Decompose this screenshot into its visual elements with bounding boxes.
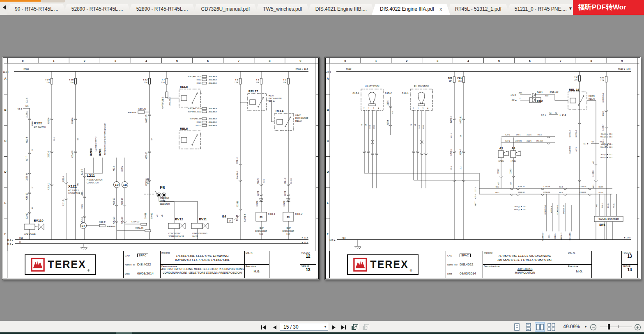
svg-text:X19-1: X19-1 (505, 140, 511, 142)
svg-text:X29-2: X29-2 (510, 169, 512, 174)
svg-text:X43-10: X43-10 (147, 178, 149, 184)
document-tab[interactable]: RT45L - 51312_1.pdf (447, 4, 510, 15)
zoom-dropdown-caret-icon[interactable]: ▾ (585, 325, 586, 329)
svg-text:REL6: REL6 (180, 127, 188, 130)
document-tab[interactable]: 52890 - RT45-RT45L ... (63, 4, 131, 15)
next-page-button[interactable] (332, 325, 336, 330)
svg-text:HEAT: HEAT (259, 227, 264, 229)
svg-text:NOPT|REL-3,6: NOPT|REL-3,6 (190, 118, 202, 120)
svg-text:5.7 ►: 5.7 ► (584, 142, 589, 145)
document-tab[interactable]: DIS.4021 Engine IIIB.... (307, 4, 375, 15)
svg-text:N1.5: N1.5 (510, 181, 512, 185)
svg-text:X29-2: X29-2 (497, 169, 499, 174)
svg-text:B0.35: B0.35 (607, 204, 609, 208)
last-page-button[interactable] (341, 325, 347, 330)
svg-text:8X1-2: 8X1-2 (197, 79, 202, 81)
svg-text:X22-5: X22-5 (527, 134, 532, 136)
svg-text:AVAILABLE: AVAILABLE (209, 82, 217, 84)
page-number-value: 15 / 30 (280, 324, 323, 330)
svg-text:CG: CG (391, 111, 393, 114)
zoom-in-button[interactable] (634, 324, 641, 331)
svg-text:F3: F3 (575, 75, 578, 78)
svg-text:10A: 10A (70, 82, 74, 84)
tab-overflow-icon[interactable]: ▼ (568, 6, 573, 11)
dis-n-label: DIS. N. (245, 251, 269, 254)
tab-label: 51211_0 - RT45 PNE.... (515, 6, 567, 12)
denominazione-line1: A/C SYSTEM; STEERING MODE SELECTOR; PRED… (161, 268, 244, 271)
cad-value: SPAC (137, 254, 148, 257)
svg-text:F25: F25 (448, 77, 453, 79)
impianto-line2: IMPIANTO ELETTRICO RT45/RT45L (483, 258, 567, 262)
previous-page-button[interactable] (272, 325, 277, 330)
svg-text:RN0.5: RN0.5 (602, 204, 603, 208)
svg-text:X122: X122 (34, 121, 42, 125)
first-page-button[interactable] (260, 325, 266, 330)
terex-logo: TEREX® (25, 254, 96, 275)
svg-text:F5: F5 (235, 78, 239, 81)
svg-text:A: A (327, 77, 329, 80)
svg-text:X25B-34: X25B-34 (543, 191, 550, 193)
zoom-out-button[interactable] (590, 324, 597, 331)
svg-text:B0.6: B0.6 (418, 125, 420, 128)
svg-text:11.9 ►: 11.9 ► (3, 71, 9, 73)
svg-text:X18.1: X18.1 (268, 213, 275, 215)
svg-text:I>: I> (229, 220, 231, 222)
svg-text:RN10: RN10 (24, 68, 29, 70)
svg-text:M0.4: M0.4 (495, 192, 499, 194)
zoom-slider-handle[interactable] (608, 324, 610, 329)
svg-text:C: C (327, 140, 329, 142)
svg-text:NX26-6: NX26-6 (48, 117, 50, 124)
svg-text:HSR1: HSR1 (81, 204, 83, 208)
tab-scroll-left-icon[interactable] (3, 5, 6, 9)
pdf-page-foglio-13[interactable]: 0123456789ABCDEFSWIVEL ENCODERF2515AF211… (324, 57, 641, 280)
facing-pages-layout-button[interactable] (535, 323, 544, 332)
svg-text:RELAY: RELAY (589, 98, 596, 100)
svg-text:I16: I16 (222, 215, 227, 218)
document-canvas[interactable]: 0123456789ABCDEFI>F1415AF2810AF237.5AF77… (0, 15, 644, 321)
zoom-slider-track[interactable] (600, 327, 632, 327)
svg-text:ZL1: ZL1 (460, 166, 462, 169)
svg-text:X14.1: X14.1 (402, 92, 409, 94)
tab-close-icon[interactable]: x (440, 7, 442, 11)
document-tab[interactable]: 90 - RT45-RT45L ... (7, 4, 67, 15)
svg-text:REL17: REL17 (248, 89, 258, 93)
continuous-layout-button[interactable] (524, 323, 533, 332)
svg-text:1: 1 (53, 59, 55, 62)
accent-strip (0, 0, 41, 2)
svg-text:X15B-7: X15B-7 (602, 124, 604, 131)
svg-text:X121-B: X121-B (62, 199, 64, 206)
previous-view-button[interactable] (351, 324, 359, 331)
pdf-page-foglio-12[interactable]: 0123456789ABCDEFI>F1415AF2810AF237.5AF77… (2, 57, 320, 280)
foxit-pdf-to-word-button[interactable]: 福昕PDF转Wor (573, 0, 644, 15)
svg-text:X15B-28: X15B-28 (580, 191, 586, 193)
svg-text:NX25.2-5: NX25.2-5 (145, 114, 147, 123)
document-tab[interactable]: 52890 - RT45-RT45L ... (128, 4, 196, 15)
svg-text:L211-2: L211-2 (81, 169, 83, 175)
page-number-input[interactable]: 15 / 30 ▾ (280, 323, 328, 331)
svg-text:AVAILABLE: AVAILABLE (128, 112, 136, 114)
svg-text:X17-H: X17-H (387, 120, 389, 126)
svg-text:B0.4: B0.4 (496, 186, 499, 188)
svg-text:N4: N4 (549, 112, 552, 114)
svg-text:X200: X200 (89, 148, 93, 156)
svg-text:11.9 ►: 11.9 ► (7, 243, 14, 245)
zoom-percentage[interactable]: 49.09% (555, 324, 580, 329)
document-tab[interactable]: CD7326U_manual.pdf (193, 4, 258, 15)
document-tab[interactable]: DIS.4022 Engine IIIA.pdf x (372, 4, 450, 15)
svg-text:∞: ∞ (287, 214, 290, 219)
page-dropdown-caret-icon[interactable]: ▾ (323, 325, 328, 329)
document-tab[interactable]: TW5_winches.pdf (255, 4, 310, 15)
registered-mark: ® (410, 269, 412, 272)
svg-text:LV: LV (31, 186, 33, 188)
single-page-layout-button[interactable] (512, 323, 521, 332)
document-tab[interactable]: 51211_0 - RT45 PNE.... (506, 4, 575, 15)
next-view-button[interactable] (362, 324, 370, 331)
facing-continuous-layout-button[interactable] (547, 323, 556, 332)
svg-text:AVAILABLE: AVAILABLE (209, 118, 217, 120)
svg-text:CAB RADIO SUPPLY: CAB RADIO SUPPLY (95, 136, 97, 151)
segue-value: 14 (622, 268, 637, 272)
svg-text:RN10 ► 13.8: RN10 ► 13.8 (296, 68, 308, 70)
svg-text:X25B6-3: X25B6-3 (550, 206, 552, 213)
svg-text:N2.5: N2.5 (592, 160, 594, 164)
bottom-edge-strip (0, 332, 644, 334)
